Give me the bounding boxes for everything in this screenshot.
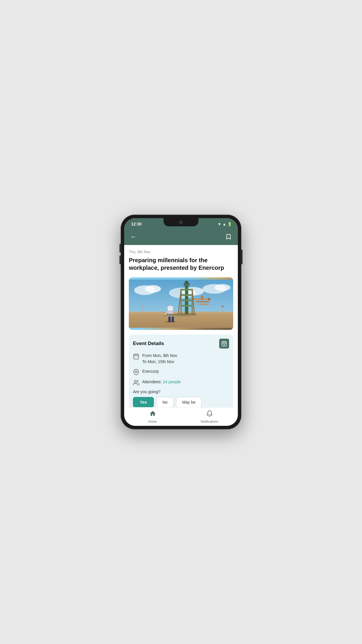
svg-point-6 <box>215 284 231 291</box>
notch <box>164 218 198 226</box>
calendar-add-button[interactable] <box>219 339 229 349</box>
location-detail-row: Enercorp <box>133 368 229 375</box>
attendees-text: Attendees: 24 people <box>142 379 181 385</box>
event-image <box>129 277 233 330</box>
yes-button[interactable]: Yes <box>133 397 154 407</box>
notifications-icon <box>206 410 213 419</box>
date-text: From Mon, 8th Nov To Mon, 15th Nov <box>142 353 177 365</box>
svg-rect-13 <box>181 305 192 307</box>
svg-point-49 <box>134 380 136 382</box>
svg-rect-22 <box>201 295 203 300</box>
svg-rect-11 <box>181 294 192 296</box>
location-icon <box>133 369 139 375</box>
status-time: 12:30 <box>130 222 142 226</box>
attendees-icon <box>133 379 139 386</box>
bottom-nav: Home Notifications <box>124 407 238 426</box>
going-buttons: Yes No May be <box>133 397 229 407</box>
status-icons: ▼ ▲ 🔋 <box>217 222 232 226</box>
back-button[interactable]: ← <box>129 232 138 242</box>
article-header: Thu, 9th Nov Preparing millennials for t… <box>124 245 238 277</box>
calendar-icon <box>221 341 227 346</box>
svg-rect-37 <box>221 306 224 307</box>
battery-icon: 🔋 <box>227 222 232 226</box>
attendees-detail-row: Attendees: 24 people <box>133 379 229 386</box>
header: ← <box>124 229 238 245</box>
svg-rect-20 <box>198 304 209 305</box>
location-text: Enercorp <box>142 368 159 374</box>
signal-icon: ▲ <box>222 222 226 226</box>
article-date: Thu, 9th Nov <box>129 250 233 254</box>
svg-rect-10 <box>181 289 192 291</box>
going-question: Are you going? <box>133 389 229 394</box>
camera <box>179 220 183 224</box>
svg-point-30 <box>167 306 173 309</box>
bookmark-button[interactable] <box>224 232 233 242</box>
svg-rect-8 <box>129 314 233 328</box>
nav-notifications[interactable]: Notifications <box>181 408 238 426</box>
back-icon: ← <box>130 233 137 241</box>
calendar-detail-icon <box>133 353 139 360</box>
article-title: Preparing millennials for the workplace,… <box>129 256 233 272</box>
attendees-link[interactable]: 24 people <box>163 379 181 384</box>
event-details-card: Event Details <box>129 335 233 407</box>
home-label: Home <box>148 420 157 423</box>
svg-rect-15 <box>185 281 188 284</box>
date-detail-row: From Mon, 8th Nov To Mon, 15th Nov <box>133 353 229 365</box>
maybe-button[interactable]: May be <box>176 397 202 407</box>
svg-rect-44 <box>134 354 139 359</box>
svg-rect-12 <box>181 300 192 301</box>
notifications-label: Notifications <box>201 420 218 423</box>
bookmark-icon <box>225 234 232 240</box>
svg-rect-34 <box>164 315 190 316</box>
event-details-header: Event Details <box>133 339 229 349</box>
content-area: Thu, 9th Nov Preparing millennials for t… <box>124 245 238 407</box>
svg-rect-33 <box>166 314 188 315</box>
svg-rect-19 <box>196 301 209 302</box>
event-details-title: Event Details <box>133 341 164 346</box>
svg-point-2 <box>145 285 161 293</box>
home-icon <box>149 410 156 419</box>
no-button[interactable]: No <box>156 397 174 407</box>
wifi-icon: ▼ <box>217 222 221 226</box>
svg-point-48 <box>135 371 137 372</box>
svg-point-21 <box>208 298 210 300</box>
svg-point-31 <box>165 321 176 323</box>
nav-home[interactable]: Home <box>124 408 181 426</box>
